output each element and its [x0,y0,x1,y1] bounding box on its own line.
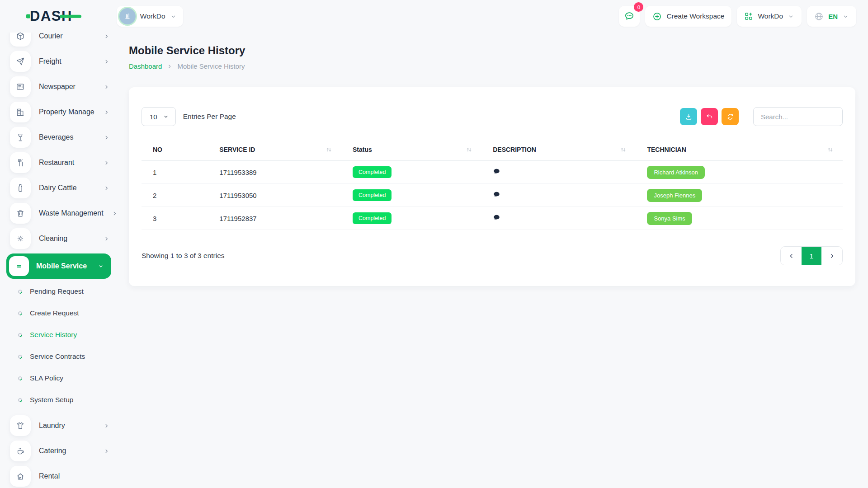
column-header-description[interactable]: DESCRIPTION [481,146,636,161]
download-icon [685,113,693,121]
technician-badge: Sonya Sims [647,212,692,225]
sidebar-item-rental[interactable]: Rental [10,466,111,487]
column-header-label: TECHNICIAN [647,146,686,153]
cell-technician: Sonya Sims [636,207,843,230]
coffee-cup-icon [10,441,31,461]
sidebar-item-property-manage[interactable]: Property Manage [10,102,111,122]
column-header-status[interactable]: Status [341,146,481,161]
table-footer: Showing 1 to 3 of 3 entries 1 [142,246,843,265]
chevron-right-icon [104,59,109,65]
column-header-label: DESCRIPTION [493,146,536,153]
table-header-row: NO SERVICE ID Status [142,146,843,161]
sidebar-item-label: Property Manage [39,108,95,116]
language-code: EN [828,13,838,20]
sidebar-item-catering[interactable]: Catering [10,441,111,461]
column-header-technician[interactable]: TECHNICIAN [636,146,843,161]
description-comment-button[interactable] [493,168,500,175]
status-badge: Completed [353,166,392,178]
breadcrumb: Dashboard Mobile Service History [129,62,855,70]
search-input[interactable] [753,107,843,126]
create-workspace-label: Create Workspace [666,12,724,20]
column-header-label: NO [153,146,162,153]
cell-no: 3 [142,207,208,230]
column-header-no: NO [142,146,208,161]
table-row: 2 1711953050 Completed Joseph Fiennes [142,184,843,207]
chat-icon [624,11,635,22]
home-icon [10,466,31,487]
submenu-item-service-contracts[interactable]: Service Contracts [18,347,111,366]
sidebar-item-dairy-cattle[interactable]: Dairy Cattle [10,178,111,198]
workspace-name: WorkDo [140,12,165,20]
breadcrumb-dashboard-link[interactable]: Dashboard [129,62,162,70]
submenu-item-pending-request[interactable]: Pending Request [18,282,111,300]
entries-per-page-select[interactable]: 10 [142,107,176,126]
package-icon [10,33,31,47]
workspace-selector[interactable]: WorkDo [117,6,183,27]
submenu-item-system-setup[interactable]: System Setup [18,391,111,409]
cell-no: 2 [142,184,208,207]
service-history-card: 10 Entries Per Page [129,87,855,286]
create-workspace-button[interactable]: Create Workspace [645,6,731,27]
sidebar-item-freight[interactable]: Freight [10,51,111,72]
technician-badge: Joseph Fiennes [647,189,702,202]
pagination-next-button[interactable] [821,247,842,265]
submenu-item-service-history[interactable]: Service History [18,326,111,344]
chevron-down-icon [788,13,794,20]
submenu-item-create-request[interactable]: Create Request [18,304,111,322]
sidebar-item-label: Catering [39,447,95,455]
cell-description [481,184,636,207]
sidebar-item-waste-management[interactable]: Waste Management [10,203,111,224]
cell-status: Completed [341,161,481,184]
mobile-service-submenu: Pending Request Create Request Service H… [10,282,111,409]
sidebar-item-label: Freight [39,57,95,66]
cell-status: Completed [341,207,481,230]
sidebar-item-cleaning[interactable]: Cleaning [10,228,111,249]
pagination-prev-button[interactable] [781,247,802,265]
submenu-item-label: Create Request [30,309,79,317]
sort-icon [827,146,834,153]
undo-button[interactable] [701,108,718,125]
sidebar-item-beverages[interactable]: Beverages [10,127,111,148]
pagination: 1 [780,246,843,265]
export-button[interactable] [680,108,697,125]
chevron-right-icon [104,185,109,191]
cell-no: 1 [142,161,208,184]
column-header-label: Status [353,146,372,153]
pagination-page-1[interactable]: 1 [802,247,821,265]
shirt-icon [10,415,31,436]
chevron-right-icon [104,109,109,115]
sidebar-item-label: Courier [39,33,95,40]
workdo-menu-button[interactable]: WorkDo [737,6,802,27]
sidebar-item-newspaper[interactable]: Newspaper [10,76,111,97]
entries-summary: Showing 1 to 3 of 3 entries [142,252,225,260]
technician-badge: Richard Atkinson [647,166,705,179]
topbar: DASH WorkDo 0 Create Workspace WorkDo [0,0,868,33]
sidebar-item-label: Beverages [39,133,95,141]
sidebar-item-courier[interactable]: Courier [10,33,111,47]
submenu-item-sla-policy[interactable]: SLA Policy [18,369,111,387]
chevron-right-icon [104,84,109,90]
sidebar-item-label: Dairy Cattle [39,184,95,192]
chevron-down-icon [163,113,169,120]
cell-technician: Joseph Fiennes [636,184,843,207]
sidebar-item-mobile-service[interactable]: Mobile Service [6,253,111,279]
bullet-icon [17,310,23,316]
description-comment-button[interactable] [493,214,500,221]
refresh-button[interactable] [722,108,739,125]
column-header-service-id[interactable]: SERVICE ID [208,146,341,161]
language-selector[interactable]: EN [807,6,856,27]
topbar-actions: 0 Create Workspace WorkDo EN [619,6,856,27]
sidebar-item-laundry[interactable]: Laundry [10,415,111,436]
app-logo[interactable]: DASH [30,8,75,24]
comment-icon [493,168,500,175]
chevron-down-icon [170,13,177,20]
trash-icon [10,203,31,224]
bullet-icon [17,354,23,360]
description-comment-button[interactable] [493,191,500,198]
page-title: Mobile Service History [129,44,855,57]
messages-button[interactable]: 0 [619,6,640,27]
building-icon [10,102,31,122]
sidebar-item-restaurant[interactable]: Restaurant [10,152,111,173]
submenu-item-label: Service Contracts [30,352,85,361]
chevron-right-icon [104,33,109,39]
